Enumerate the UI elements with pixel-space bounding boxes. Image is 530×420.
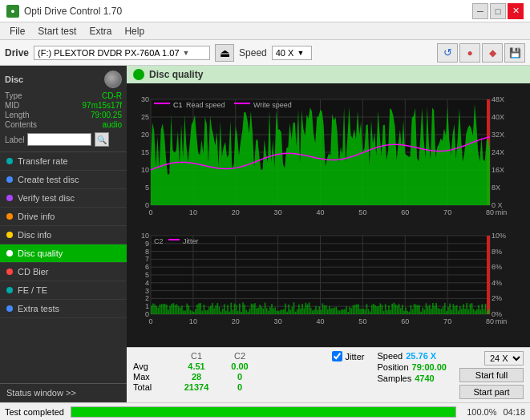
- nav-dot-drive-info: [6, 213, 13, 220]
- stats-max-c1: 28: [176, 372, 216, 382]
- stats-empty: [133, 351, 173, 361]
- mid-value: 97m15s17f: [83, 101, 122, 110]
- stats-row: C1 C2 Avg 4.51 0.00 Max 28 0 Total 21374…: [133, 351, 524, 399]
- app-icon: ●: [6, 5, 19, 18]
- type-value: CD-R: [102, 91, 122, 100]
- toolbar-btn-3[interactable]: ◆: [482, 43, 503, 63]
- contents-value: audio: [103, 120, 122, 129]
- jitter-checkbox[interactable]: [332, 351, 342, 361]
- drive-selector[interactable]: (F:) PLEXTOR DVDR PX-760A 1.07 ▼: [34, 46, 210, 60]
- length-value: 79:00.25: [91, 111, 122, 119]
- nav-dot-disc-info: [6, 232, 13, 238]
- speed-stat-label: Speed: [377, 351, 403, 361]
- sidebar-item-extra-tests[interactable]: Extra tests: [0, 300, 127, 318]
- nav-dot-fe-te: [6, 287, 13, 293]
- mid-label: MID: [5, 101, 19, 110]
- drive-value: (F:) PLEXTOR DVDR PX-760A 1.07: [38, 48, 179, 58]
- speed-select-dropdown[interactable]: 24 X: [484, 351, 524, 365]
- disc-mid-row: MID 97m15s17f: [5, 101, 122, 110]
- stats-controls: 24 X Start full Start part: [459, 351, 524, 399]
- sidebar-item-disc-info[interactable]: Disc info: [0, 226, 127, 244]
- content-area: Disc quality C1 C2 Avg 4.51 0.00 Max: [127, 66, 530, 402]
- speed-dropdown-arrow: ▼: [297, 49, 304, 57]
- jitter-label: Jitter: [346, 352, 365, 361]
- disc-section-title: Disc: [5, 75, 23, 84]
- samples-value: 4740: [415, 374, 434, 383]
- type-label: Type: [5, 91, 22, 100]
- titlebar: ● Opti Drive Control 1.70 ─ □ ✕: [0, 0, 530, 22]
- nav-label-fe-te: FE / TE: [18, 285, 47, 295]
- drive-dropdown-arrow: ▼: [183, 49, 190, 57]
- close-button[interactable]: ✕: [508, 3, 524, 19]
- eject-button[interactable]: ⏏: [215, 44, 234, 62]
- disc-quality-title: Disc quality: [149, 69, 203, 80]
- maximize-button[interactable]: □: [490, 3, 506, 19]
- stats-jitter: Jitter: [332, 351, 365, 361]
- position-label: Position: [377, 362, 408, 372]
- disc-info-panel: Disc Type CD-R MID 97m15s17f Length 79:0…: [0, 66, 127, 152]
- drive-label: Drive: [5, 47, 29, 59]
- speed-value: 40 X: [276, 48, 294, 58]
- disc-label-row: Label 🔍: [5, 132, 122, 147]
- minimize-button[interactable]: ─: [472, 3, 488, 19]
- stats-total-c2: 0: [220, 382, 260, 392]
- speed-selector[interactable]: 40 X ▼: [272, 46, 312, 60]
- stats-grid: C1 C2 Avg 4.51 0.00 Max 28 0 Total 21374…: [133, 351, 319, 392]
- status-window-label: Status window >>: [6, 388, 76, 398]
- nav-label-transfer-rate: Transfer rate: [18, 156, 68, 166]
- nav-label-cd-bier: CD Bier: [18, 267, 49, 277]
- nav-dot-create-test-disc: [6, 176, 13, 183]
- stats-avg-c2: 0.00: [220, 361, 260, 371]
- disc-header: Disc: [5, 71, 122, 88]
- menubar: File Start test Extra Help: [0, 22, 530, 40]
- disc-label-input[interactable]: [27, 133, 91, 146]
- stats-table: C1 C2 Avg 4.51 0.00 Max 28 0 Total 21374…: [133, 351, 319, 392]
- menu-file[interactable]: File: [3, 24, 31, 38]
- disc-label-browse-button[interactable]: 🔍: [95, 132, 109, 147]
- sidebar-item-drive-info[interactable]: Drive info: [0, 208, 127, 226]
- menu-extra[interactable]: Extra: [83, 24, 118, 38]
- toolbar-btn-1[interactable]: ↺: [437, 43, 458, 63]
- nav-dot-transfer-rate: [6, 158, 13, 164]
- start-full-button[interactable]: Start full: [459, 368, 524, 382]
- sidebar-nav: Transfer rate Create test disc Verify te…: [0, 152, 127, 318]
- sidebar-item-cd-bier[interactable]: CD Bier: [0, 263, 127, 281]
- sidebar-item-create-test-disc[interactable]: Create test disc: [0, 171, 127, 189]
- sidebar: Disc Type CD-R MID 97m15s17f Length 79:0…: [0, 66, 127, 402]
- disc-type-row: Type CD-R: [5, 91, 122, 100]
- toolbar-buttons: ↺ ● ◆ 💾: [437, 43, 525, 63]
- start-part-button[interactable]: Start part: [459, 385, 524, 399]
- nav-dot-cd-bier: [6, 269, 13, 275]
- progress-bar-fill: [71, 407, 455, 417]
- stats-header-c1: C1: [176, 351, 216, 361]
- statusbar: Test completed 100.0% 04:18: [0, 402, 530, 420]
- nav-label-drive-info: Drive info: [18, 212, 55, 221]
- nav-label-disc-info: Disc info: [18, 230, 51, 240]
- window-controls[interactable]: ─ □ ✕: [472, 3, 524, 19]
- toolbar-btn-2[interactable]: ●: [459, 43, 480, 63]
- speed-row: Speed 25.76 X: [377, 351, 447, 361]
- stats-avg-c1: 4.51: [176, 361, 216, 371]
- toolbar-btn-4[interactable]: 💾: [504, 43, 525, 63]
- sidebar-item-fe-te[interactable]: FE / TE: [0, 281, 127, 300]
- stats-total-label: Total: [133, 382, 173, 392]
- speed-stat-value: 25.76 X: [406, 351, 436, 361]
- drivebar: Drive (F:) PLEXTOR DVDR PX-760A 1.07 ▼ ⏏…: [0, 40, 530, 66]
- samples-row: Samples 4740: [377, 374, 447, 383]
- nav-label-create-test-disc: Create test disc: [18, 175, 79, 184]
- nav-dot-disc-quality: [6, 250, 13, 256]
- sidebar-item-transfer-rate[interactable]: Transfer rate: [0, 152, 127, 171]
- sidebar-item-verify-test-disc[interactable]: Verify test disc: [0, 189, 127, 208]
- position-row: Position 79:00.00: [377, 362, 447, 372]
- stats-panel: C1 C2 Avg 4.51 0.00 Max 28 0 Total 21374…: [127, 347, 530, 402]
- elapsed-time: 04:18: [503, 407, 525, 417]
- nav-label-disc-quality: Disc quality: [18, 248, 63, 258]
- menu-help[interactable]: Help: [118, 24, 151, 38]
- sidebar-item-disc-quality[interactable]: Disc quality: [0, 244, 127, 263]
- speed-select-row: 24 X: [484, 351, 524, 365]
- disc-contents-row: Contents audio: [5, 120, 122, 129]
- stats-header-c2: C2: [220, 351, 260, 361]
- progress-bar: [71, 406, 456, 418]
- menu-start-test[interactable]: Start test: [31, 24, 83, 38]
- sidebar-item-status-window[interactable]: Status window >>: [0, 383, 127, 402]
